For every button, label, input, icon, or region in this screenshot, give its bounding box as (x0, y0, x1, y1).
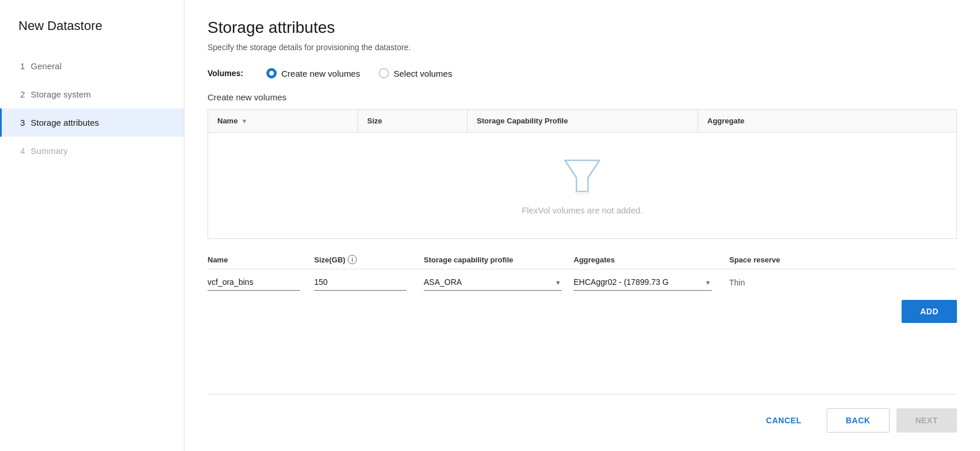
form-row: ASA_ORA ▾ EHCAggr02 - (17899.73 G ▾ Thin (208, 274, 957, 291)
radio-create-label: Create new volumes (281, 69, 360, 78)
form-label-scp: Storage capability profile (424, 253, 574, 266)
form-cell-name (208, 274, 314, 291)
nav-label-general: General (31, 61, 61, 71)
cancel-button[interactable]: CANCEL (748, 409, 820, 432)
aggregates-select-wrapper: EHCAggr02 - (17899.73 G ▾ (574, 274, 712, 291)
main-content: Storage attributes Specify the storage d… (184, 0, 980, 451)
empty-message: FlexVol volumes are not added. (522, 205, 643, 215)
next-button: NEXT (896, 408, 957, 433)
nav-num-storage-attributes: 3 (20, 118, 25, 127)
sidebar-item-storage-system[interactable]: 2 Storage system (0, 80, 184, 108)
form-label-aggregates: Aggregates (574, 253, 729, 266)
back-button[interactable]: BACK (827, 408, 889, 433)
empty-state: FlexVol volumes are not added. (208, 133, 956, 238)
form-label-size: Size(GB) i (314, 253, 424, 266)
nav-num-general: 1 (20, 61, 25, 71)
filter-icon[interactable]: ▼ (241, 118, 247, 125)
nav-num-storage-system: 2 (20, 89, 25, 99)
sidebar-nav: 1 General 2 Storage system 3 Storage att… (0, 52, 184, 165)
form-header: Name Size(GB) i Storage capability profi… (208, 253, 957, 269)
nav-label-summary: Summary (31, 146, 67, 156)
nav-label-storage-attributes: Storage attributes (31, 118, 99, 127)
form-label-space-reserve: Space reserve (729, 253, 833, 266)
size-input[interactable] (314, 274, 406, 291)
name-input[interactable] (208, 274, 300, 291)
form-cell-scp: ASA_ORA ▾ (424, 274, 574, 291)
funnel-icon (559, 156, 605, 196)
radio-select-label: Select volumes (394, 69, 453, 78)
nav-label-storage-system: Storage system (31, 89, 91, 99)
form-label-name: Name (208, 253, 314, 266)
size-info-icon[interactable]: i (348, 255, 357, 264)
radio-create-circle (266, 68, 277, 78)
page-title: Storage attributes (208, 18, 957, 37)
col-size: Size (358, 110, 468, 132)
add-button[interactable]: ADD (902, 300, 957, 323)
scp-select-wrapper: ASA_ORA ▾ (424, 274, 562, 291)
col-name: Name ▼ (208, 110, 358, 132)
page-subtitle: Specify the storage details for provisio… (208, 43, 957, 52)
form-cell-aggregates: EHCAggr02 - (17899.73 G ▾ (574, 274, 729, 291)
form-cell-size (314, 274, 424, 291)
sidebar-item-summary[interactable]: 4 Summary (0, 137, 184, 165)
volumes-label: Volumes: (208, 69, 243, 78)
scp-select[interactable]: ASA_ORA (424, 274, 562, 291)
radio-select-circle (379, 68, 389, 78)
sidebar-item-general[interactable]: 1 General (0, 52, 184, 80)
sidebar-item-storage-attributes[interactable]: 3 Storage attributes (0, 108, 184, 137)
volumes-row: Volumes: Create new volumes Select volum… (208, 68, 957, 78)
volumes-table: Name ▼ Size Storage Capability Profile A… (208, 109, 957, 239)
form-cell-space-reserve: Thin (729, 278, 833, 287)
section-label: Create new volumes (208, 92, 957, 102)
add-btn-row: ADD (208, 300, 957, 323)
add-form: Name Size(GB) i Storage capability profi… (208, 253, 957, 291)
col-scp: Storage Capability Profile (468, 110, 698, 132)
sidebar: New Datastore 1 General 2 Storage system… (0, 0, 184, 451)
nav-num-summary: 4 (20, 146, 25, 156)
radio-create-volumes[interactable]: Create new volumes (266, 68, 360, 78)
radio-select-volumes[interactable]: Select volumes (379, 68, 453, 78)
footer: CANCEL BACK NEXT (208, 394, 957, 433)
table-header: Name ▼ Size Storage Capability Profile A… (208, 110, 956, 133)
sidebar-title: New Datastore (0, 18, 184, 52)
col-aggregate: Aggregate (698, 110, 956, 132)
space-reserve-value: Thin (729, 275, 745, 291)
aggregates-select[interactable]: EHCAggr02 - (17899.73 G (574, 274, 712, 291)
